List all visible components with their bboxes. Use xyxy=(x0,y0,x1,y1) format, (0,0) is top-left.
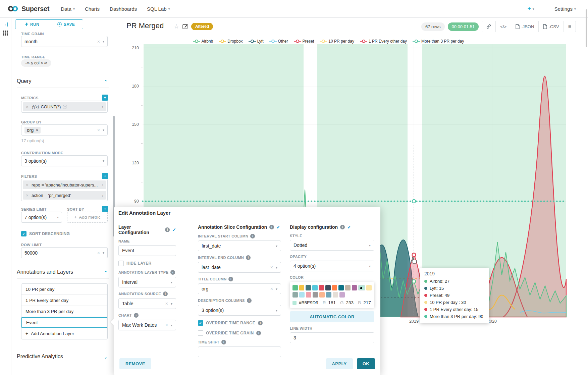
interval-start-select[interactable]: first_date ▾ xyxy=(198,240,281,251)
annotation-layer-item[interactable]: More than 3 PR per day xyxy=(21,306,107,317)
series-limit-select[interactable]: 7 option(s) ▾ xyxy=(21,212,62,223)
title-column-select[interactable]: org × ▾ xyxy=(198,283,281,294)
rgb-b-value[interactable]: 217 xyxy=(363,300,371,305)
color-swatch[interactable] xyxy=(292,285,298,290)
export-csv-button[interactable]: .CSV xyxy=(539,21,564,32)
add-sort-metric-button[interactable]: + xyxy=(102,206,108,212)
time-grain-select[interactable]: month × ▾ xyxy=(21,36,108,47)
time-range-pill[interactable]: -∞ ≤ col < ∞ xyxy=(21,59,51,67)
sort-descending-checkbox[interactable]: ✓ xyxy=(21,231,26,236)
nav-data[interactable]: Data▾ xyxy=(61,6,75,12)
nav-charts[interactable]: Charts xyxy=(85,6,100,12)
color-swatch[interactable] xyxy=(366,285,372,290)
superset-logo[interactable]: Superset xyxy=(7,5,49,13)
nav-dashboards[interactable]: Dashboards xyxy=(110,6,137,12)
color-swatch[interactable] xyxy=(339,292,345,298)
legend-item[interactable]: More than 3 PR per day xyxy=(413,39,464,44)
add-annotation-layer-button[interactable]: + Add Annotation Layer xyxy=(21,328,107,339)
color-swatch[interactable] xyxy=(338,285,344,290)
add-metric-button[interactable]: + xyxy=(102,95,108,101)
save-button[interactable]: + SAVE xyxy=(49,20,83,29)
color-swatch[interactable] xyxy=(313,292,318,298)
ok-button[interactable]: OK xyxy=(357,358,375,369)
row-limit-select[interactable]: 50000 × ▾ xyxy=(21,247,108,258)
export-json-button[interactable]: .JSON xyxy=(511,21,539,32)
annotation-source-select[interactable]: Table × ▾ xyxy=(118,298,176,309)
legend-item[interactable]: 10 PR per day xyxy=(320,39,354,44)
legend-item[interactable]: Other xyxy=(269,39,288,44)
description-columns-select[interactable]: 3 option(s) ▾ xyxy=(198,305,281,316)
more-options-button[interactable]: ≡ xyxy=(564,21,576,32)
automatic-color-button[interactable]: AUTOMATIC COLOR xyxy=(290,311,374,322)
hex-value[interactable]: #B5E9D9 xyxy=(299,300,318,305)
color-swatch[interactable] xyxy=(326,292,331,298)
color-swatch[interactable] xyxy=(306,292,311,298)
interval-end-select[interactable]: last_date × ▾ xyxy=(198,262,281,273)
run-button[interactable]: RUN xyxy=(15,20,49,29)
remove-filter-icon[interactable]: × xyxy=(23,193,32,198)
override-time-range-checkbox[interactable]: ✓ xyxy=(198,320,203,326)
edit-title-icon[interactable] xyxy=(182,23,189,30)
color-swatch[interactable] xyxy=(333,292,338,298)
rgb-r-value[interactable]: 181 xyxy=(328,300,336,305)
color-swatch[interactable] xyxy=(299,285,305,290)
chevron-right-icon[interactable]: › xyxy=(100,104,103,109)
altered-badge[interactable]: Altered xyxy=(191,23,213,30)
time-shift-input[interactable] xyxy=(198,346,281,357)
nav-sql-lab[interactable]: SQL Lab▾ xyxy=(147,6,170,12)
opacity-select[interactable]: 4 option(s) ▾ xyxy=(290,261,374,271)
legend-item[interactable]: Airbnb xyxy=(193,39,213,44)
settings-menu[interactable]: Settings▾ xyxy=(554,6,576,12)
remove-metric-icon[interactable]: × xyxy=(23,104,32,109)
annotation-layer-item[interactable]: 10 PR per day xyxy=(21,284,107,295)
override-time-grain-checkbox[interactable] xyxy=(198,330,203,336)
new-item-button[interactable]: + ▾ xyxy=(528,5,534,12)
filter-chip[interactable]: × action = 'pr_merged' › xyxy=(23,191,106,200)
embed-code-button[interactable]: </> xyxy=(496,21,511,32)
remove-filter-icon[interactable]: × xyxy=(23,182,32,188)
clear-icon[interactable]: × xyxy=(270,265,273,270)
legend-item[interactable]: 1 PR Every other day xyxy=(360,39,407,44)
chevron-up-icon[interactable]: ⌃ xyxy=(104,79,107,84)
color-swatch[interactable] xyxy=(312,285,318,290)
clear-icon[interactable]: × xyxy=(165,322,168,328)
annotation-layer-item-selected[interactable]: Event xyxy=(21,317,107,328)
color-swatch[interactable] xyxy=(306,285,311,290)
chevron-down-icon[interactable]: ⌄ xyxy=(104,355,107,360)
rgb-g-value[interactable]: 233 xyxy=(346,300,354,305)
annotation-layer-type-select[interactable]: Interval ▾ xyxy=(118,277,176,287)
chevron-right-icon[interactable]: › xyxy=(100,182,103,188)
favorite-star-icon[interactable]: ☆ xyxy=(174,23,179,30)
line-width-input[interactable]: 3 xyxy=(290,332,374,343)
datasource-grid-icon[interactable] xyxy=(3,31,9,37)
collapse-panel-icon[interactable]: →| xyxy=(3,22,9,26)
window-scrollbar[interactable] xyxy=(586,9,587,47)
contribution-mode-select[interactable]: 3 option(s) ▾ xyxy=(21,155,108,166)
clear-icon[interactable]: × xyxy=(270,286,273,291)
filter-chip[interactable]: × repo = 'apache/incubator-supers... › xyxy=(23,180,106,189)
color-swatch[interactable] xyxy=(319,292,325,298)
color-swatch[interactable] xyxy=(292,292,298,298)
legend-item[interactable]: Dropbox xyxy=(219,39,243,44)
add-filter-button[interactable]: + xyxy=(102,173,108,179)
remove-tag-icon[interactable]: × xyxy=(36,128,38,132)
color-swatch-selected[interactable] xyxy=(358,285,365,290)
legend-item[interactable]: Lyft xyxy=(249,39,264,44)
color-swatch[interactable] xyxy=(332,285,337,290)
copy-link-button[interactable] xyxy=(482,21,496,32)
sort-by-add-metric[interactable]: + Add metric xyxy=(67,212,108,223)
apply-button[interactable]: APPLY xyxy=(326,358,353,369)
group-by-select[interactable]: org × × ▾ xyxy=(21,124,108,136)
metric-chip[interactable]: × ƒ(x) COUNT(*) ? › xyxy=(23,102,106,111)
clear-icon[interactable]: × xyxy=(165,301,168,306)
chart-select[interactable]: Max Work Dates × ▾ xyxy=(118,320,176,330)
annotation-layer-item[interactable]: 1 PR Every other day xyxy=(21,295,107,306)
color-swatch[interactable] xyxy=(352,285,357,290)
legend-item[interactable]: Preset xyxy=(294,39,314,44)
style-select[interactable]: Dotted ▾ xyxy=(290,240,374,251)
name-input[interactable]: Event xyxy=(118,245,176,256)
color-swatch[interactable] xyxy=(345,285,351,290)
remove-button[interactable]: REMOVE xyxy=(119,358,151,369)
hide-layer-checkbox[interactable] xyxy=(118,261,124,266)
color-swatch[interactable] xyxy=(319,285,324,290)
